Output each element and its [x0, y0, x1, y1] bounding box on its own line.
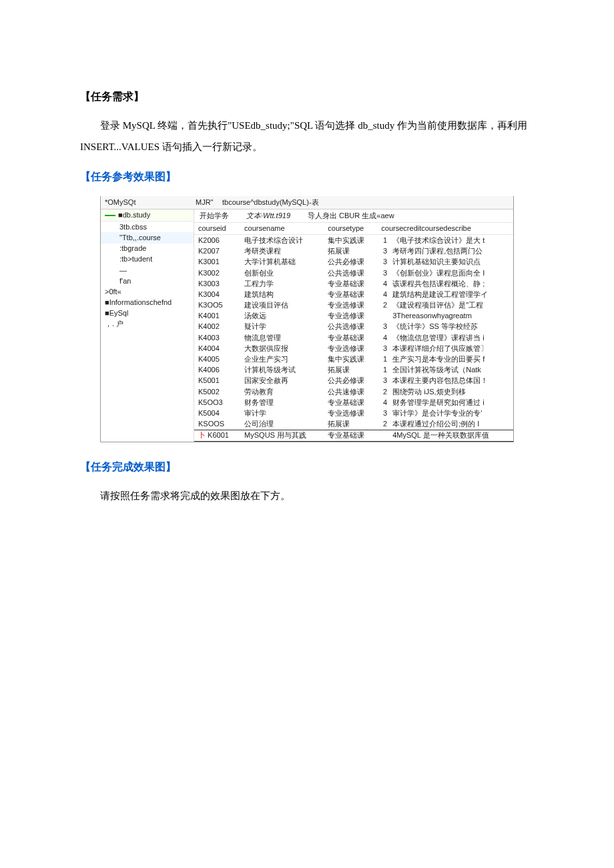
cell-name: 大数据供应报: [240, 343, 324, 354]
cell-id: 卜 K6001: [194, 430, 240, 441]
sidebar-item[interactable]: ■EySql: [101, 308, 194, 319]
cell-id: K2007: [194, 246, 240, 257]
table-row[interactable]: K3OO5建设项目评估专业选修课2《建设程项目评估》是"工程: [194, 300, 513, 311]
cell-name: 大学计算机基础: [240, 257, 324, 268]
cell-name: 审计学: [240, 408, 324, 418]
cell-type: 专业基础课: [324, 332, 377, 343]
cell-desc: 《物流信息管理》课程讲当 i: [388, 332, 513, 343]
cell-id: K5002: [194, 386, 240, 397]
text: 作为当前使用数据库，再利用: [397, 120, 527, 131]
toolbar-item[interactable]: 开始学务: [200, 211, 229, 220]
cell-desc: 《建设程项目评估》是"工程: [388, 300, 513, 311]
cell-credit: 4: [377, 332, 388, 343]
cell-name: 企业生产实习: [240, 354, 324, 365]
cell-desc: 全国计算祝等级考试（Natk: [388, 365, 513, 376]
cell-desc: 本课程详细介绍了供应嫉管〕: [388, 343, 513, 354]
col-coursename[interactable]: coursename: [240, 223, 324, 235]
table-row[interactable]: K4004大数据供应报专业选修课3本课程详细介绍了供应嫉管〕: [194, 343, 513, 354]
cell-name: 汤敛远: [240, 311, 324, 322]
cell-desc: 生产实习是本专业的田要买 f: [388, 354, 513, 365]
requirements-body: 登录 MySQL 终端，首先执行"USEdb_study;"SQL 语句选择 d…: [80, 115, 534, 157]
cell-id: K3004: [194, 289, 240, 300]
sidebar-item[interactable]: :tb>tudent: [101, 254, 194, 265]
toolbar-item[interactable]: 导人身出 CBUR 生成«aew: [308, 211, 394, 220]
text: "USEdb_study;"SQL: [228, 120, 315, 131]
table-row[interactable]: K3002创新创业公共选修课3《创新创业》课程息面向全 I: [194, 268, 513, 278]
text: 语句插入一行新记录。: [162, 141, 262, 152]
section-title-requirements: 【任务需求】: [80, 87, 534, 106]
cell-desc: 4MySQL 是一种关联数据库值: [388, 430, 513, 441]
cell-desc: 审计学》是会计学专业的专': [388, 408, 513, 418]
cell-id: K5001: [194, 376, 240, 386]
text: db_study: [358, 120, 397, 131]
table-row[interactable]: K4001汤敛远专业选修课3Thereasonwhyagreatm: [194, 311, 513, 322]
table-row[interactable]: K2006电子技术综合设计集中实践课1《电子技术综合设计》是大 t: [194, 235, 513, 246]
table-row[interactable]: K3004建筑结构专业基础课4建筑结构是建设工程管理学イ: [194, 289, 513, 300]
text: 终端，首先执行: [158, 120, 228, 131]
cell-type: 专业基础课: [324, 278, 377, 289]
app-header-mid: MJR": [194, 196, 218, 209]
cell-type: 专业选修课: [324, 343, 377, 354]
cell-type: 拓展课: [324, 246, 377, 257]
cell-name: 建设项目评估: [240, 300, 324, 311]
cell-desc: 本课程通过介绍公司;例的 I: [388, 419, 513, 430]
sidebar-item[interactable]: f'an: [101, 276, 194, 286]
text: 语句选择: [315, 120, 358, 131]
cell-credit: 4: [377, 278, 388, 289]
cell-id: K4003: [194, 332, 240, 343]
sidebar-item[interactable]: :tbgrade: [101, 244, 194, 254]
table-row[interactable]: K3001大学计算机基础公共必修课3计算机基础知识主要知识点: [194, 257, 513, 268]
completed-body: 请按照任务需求将完成的效果图放在下方。: [80, 486, 534, 507]
table-row[interactable]: K4005企业生产实习集中实践课1生产实习是本专业的田要买 f: [194, 354, 513, 365]
table-row[interactable]: K5OO3财务管理专业基础课4财务管理学是研究如何通过 i: [194, 397, 513, 408]
sidebar-item[interactable]: —: [101, 265, 194, 276]
cell-desc: 该课程共包括课程概论、静 ;: [388, 278, 513, 289]
table-row[interactable]: KSOOS公司治理拓展课2本课程通过介绍公司;例的 I: [194, 419, 513, 430]
col-courseid[interactable]: courseid: [194, 223, 240, 235]
table-row[interactable]: K5001国家安全赦再公共必修课3本课程主要内容包括总体国！: [194, 376, 513, 386]
sidebar-item[interactable]: "Ttb,,.course: [101, 232, 194, 243]
cell-name: 财务管理: [240, 397, 324, 408]
col-coursedescribe[interactable]: coursedescribe: [421, 224, 471, 232]
db-label: ■db.study: [118, 211, 150, 220]
cell-desc: 建筑结构是建设工程管理学イ: [388, 289, 513, 300]
table-row[interactable]: K4003物流息管理专业基础课4《物流信息管理》课程讲当 i: [194, 332, 513, 343]
cell-name: 考研类课程: [240, 246, 324, 257]
table-row[interactable]: K2007考研类课程拓展课3考研考四门课程,包括两门公: [194, 246, 513, 257]
cell-desc: 本课程主要内容包括总体国！: [388, 376, 513, 386]
cell-name: 创新创业: [240, 268, 324, 278]
cell-id: K3003: [194, 278, 240, 289]
table-content: 开始学务 文本·Wtt.t919 导人身出 CBUR 生成«aew course…: [194, 209, 513, 442]
cell-id: K4005: [194, 354, 240, 365]
cell-credit: 3: [377, 257, 388, 268]
cell-credit: 3: [377, 408, 388, 418]
cell-name: 疑计学: [240, 322, 324, 332]
cell-credit: 2: [377, 300, 388, 311]
sidebar-item[interactable]: ■Informationschefnd: [101, 298, 194, 308]
cell-credit: 3: [377, 268, 388, 278]
app-title: *OMySQt: [101, 196, 194, 209]
table-row[interactable]: K3003工程力学专业基础课4该课程共包括课程概论、静 ;: [194, 278, 513, 289]
table-row[interactable]: K5002劳动教育公共速修课2围绕劳动 iJS,烦史到栘: [194, 386, 513, 397]
sidebar-item[interactable]: 3tb.cbss: [101, 222, 194, 232]
table-row-new[interactable]: 卜 K6001MySQUS 用与其践专业基础课4MySQL 是一种关联数据库值: [194, 430, 513, 441]
cell-id: K3002: [194, 268, 240, 278]
table-row[interactable]: K5004审计学专业选修课3审计学》是会计学专业的专': [194, 408, 513, 418]
db-node[interactable]: ■db.study: [101, 209, 194, 222]
toolbar-item[interactable]: 文本·Wtt.t919: [246, 211, 290, 220]
cell-id: K4004: [194, 343, 240, 354]
col-coursecredit[interactable]: coursecredit: [381, 224, 421, 232]
cell-id: K4001: [194, 311, 240, 322]
cell-credit: 1: [377, 365, 388, 376]
table-row[interactable]: K4006计算机等级考试拓展课1全国计算祝等级考试（Natk: [194, 365, 513, 376]
cell-credit: 1: [377, 235, 388, 246]
cell-id: K4002: [194, 322, 240, 332]
table-row[interactable]: K4002疑计学公共选修课3《统计学》SS 等学校经苏: [194, 322, 513, 332]
sidebar-item[interactable]: >0ft«: [101, 286, 194, 297]
cell-type: 专业基础课: [324, 430, 377, 441]
cell-credit: 2: [377, 419, 388, 430]
cell-id: K5OO3: [194, 397, 240, 408]
sidebar-item[interactable]: ，. 户: [101, 319, 194, 330]
col-coursetype[interactable]: coursetype: [324, 223, 377, 235]
app-header: *OMySQt MJR" tbcourse^dbstudy(MySQL)-表: [101, 196, 513, 209]
